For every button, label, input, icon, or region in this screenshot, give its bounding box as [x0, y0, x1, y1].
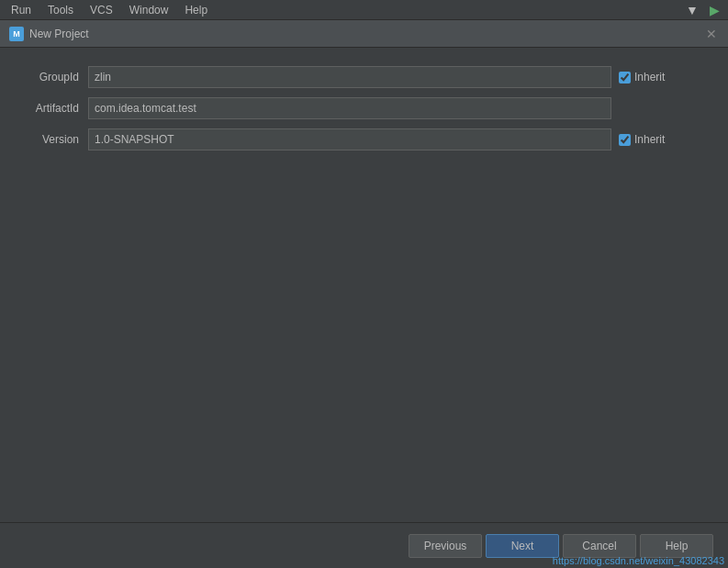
groupid-row: GroupId Inherit: [15, 66, 713, 88]
menu-help[interactable]: Help: [177, 2, 215, 18]
dialog-form: GroupId Inherit ArtifactId Version Inher…: [0, 48, 728, 178]
version-inherit-label: Inherit: [634, 133, 665, 146]
next-button[interactable]: Next: [486, 534, 559, 558]
new-project-dialog: M New Project ✕ GroupId Inherit Artifact…: [0, 20, 728, 568]
dialog-icon: M: [9, 27, 24, 41]
version-input[interactable]: [88, 128, 611, 150]
menubar: Run Tools VCS Window Help ▼ ▶: [0, 0, 728, 20]
version-row: Version Inherit: [15, 128, 713, 150]
dropdown-arrow-button[interactable]: ▼: [682, 1, 702, 19]
version-label: Version: [15, 133, 88, 146]
version-inherit-group: Inherit: [619, 133, 665, 146]
watermark: https://blog.csdn.net/weixin_43082343: [553, 555, 724, 566]
version-inherit-checkbox[interactable]: [619, 134, 631, 146]
menu-vcs[interactable]: VCS: [83, 2, 120, 18]
help-button[interactable]: Help: [640, 534, 713, 558]
artifactid-label: ArtifactId: [15, 102, 88, 115]
run-button[interactable]: ▶: [704, 1, 724, 19]
groupid-inherit-label: Inherit: [634, 71, 665, 84]
menu-tools[interactable]: Tools: [40, 2, 81, 18]
groupid-label: GroupId: [15, 71, 88, 84]
menu-window[interactable]: Window: [122, 2, 176, 18]
dialog-content: GroupId Inherit ArtifactId Version Inher…: [0, 48, 728, 433]
groupid-inherit-checkbox[interactable]: [619, 72, 631, 84]
dialog-title: New Project: [29, 28, 704, 40]
menu-run[interactable]: Run: [4, 2, 39, 18]
artifactid-input[interactable]: [88, 97, 611, 119]
cancel-button[interactable]: Cancel: [563, 534, 636, 558]
dialog-titlebar: M New Project ✕: [0, 20, 728, 48]
previous-button[interactable]: Previous: [409, 534, 482, 558]
artifactid-row: ArtifactId: [15, 97, 713, 119]
groupid-inherit-group: Inherit: [619, 71, 665, 84]
groupid-input[interactable]: [88, 66, 611, 88]
close-button[interactable]: ✕: [704, 27, 719, 41]
toolbar-right: ▼ ▶: [682, 0, 728, 20]
